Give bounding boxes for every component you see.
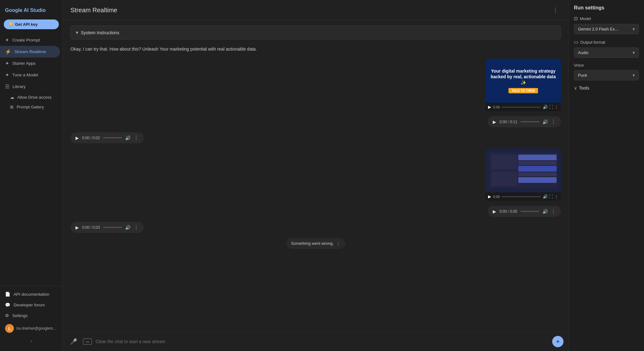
output-format-settings-group: ▭ Output format Audio ▾ xyxy=(574,39,639,58)
audio-menu-user-1[interactable]: ⋮ xyxy=(134,135,139,141)
model-label: ⊡ Model xyxy=(574,16,639,21)
get-api-key-button[interactable]: 🔑 Get API key xyxy=(4,19,59,29)
audio-time-user-2: 0:00 / 0:03 xyxy=(82,225,100,230)
audio-volume-user-2[interactable]: 🔊 xyxy=(125,225,130,230)
header-menu-button[interactable]: ⋮ xyxy=(550,5,561,15)
audio-play-button-ai-2[interactable]: ▶ xyxy=(493,209,496,214)
screenshot-right-col xyxy=(518,155,557,186)
sidebar-item-api-docs[interactable]: 📄 API documentation xyxy=(0,289,60,299)
settings-icon: ⚙ xyxy=(5,313,9,318)
main-header: Stream Realtime ⋮ xyxy=(63,0,569,20)
video-cta-1: TALK TO THEM xyxy=(508,88,538,93)
audio-volume-ai-1[interactable]: 🔊 xyxy=(542,119,548,124)
voice-select[interactable]: Puck ▾ xyxy=(574,70,639,80)
tools-chevron-icon: ∨ xyxy=(574,85,577,90)
gallery-icon: ⊞ xyxy=(10,105,14,109)
chat-messages: Okay, I can try that. How about this? Un… xyxy=(70,45,561,249)
output-format-label: ▭ Output format xyxy=(574,39,639,45)
menu-icon-2[interactable]: ⋮ xyxy=(554,194,558,199)
video-thumbnail-2 xyxy=(486,148,561,192)
video-card-2: ▶ 0:00 🔊 ⛶ ⋮ xyxy=(486,148,561,201)
audio-progress-bar-user-1[interactable] xyxy=(103,137,122,138)
model-settings-group: ⊡ Model Gemini 2.0 Flash Ex... ▾ xyxy=(574,16,639,34)
video-thumb-text-1: Your digital marketing strategy backed b… xyxy=(489,68,557,85)
video-play-button-2[interactable]: ▶ xyxy=(488,194,491,199)
audio-player-ai-2: ▶ 0:00 / 0:05 🔊 ⋮ xyxy=(488,206,561,217)
voice-value: Puck xyxy=(578,73,587,78)
chat-input[interactable] xyxy=(96,337,548,347)
model-chevron-icon: ▾ xyxy=(633,27,635,31)
audio-menu-ai-2[interactable]: ⋮ xyxy=(551,208,556,214)
user-account-row[interactable]: L lou.linehan@googlemail... xyxy=(0,321,63,336)
output-format-icon: ▭ xyxy=(574,39,578,45)
screen-share-button[interactable]: ▭ xyxy=(83,338,92,345)
sidebar-item-prompt-gallery[interactable]: ⊞ Prompt Gallery xyxy=(0,102,63,112)
sidebar-collapse-button[interactable]: ‹ xyxy=(0,336,63,346)
audio-play-button-user-1[interactable]: ▶ xyxy=(75,135,79,140)
main-content: Stream Realtime ⋮ ▾ System Instructions … xyxy=(63,0,569,351)
audio-play-button-ai-1[interactable]: ▶ xyxy=(493,119,496,124)
sidebar-item-allow-drive-access[interactable]: ☁ Allow Drive access xyxy=(0,92,63,102)
tools-section[interactable]: ∨ Tools xyxy=(574,85,639,90)
audio-progress-bar-ai-1[interactable] xyxy=(520,121,539,122)
video-icons-2: 🔊 ⛶ ⋮ xyxy=(543,194,558,199)
output-format-value: Audio xyxy=(578,50,588,55)
model-select[interactable]: Gemini 2.0 Flash Ex... ▾ xyxy=(574,24,639,34)
avatar: L xyxy=(5,324,14,333)
sidebar-item-create-prompt[interactable]: ✦ Create Prompt xyxy=(0,34,60,46)
sidebar-item-dev-forum[interactable]: 💬 Developer forum xyxy=(0,299,60,310)
video-time-2: 0:00 xyxy=(493,195,500,199)
audio-time-user-1: 0:00 / 0:02 xyxy=(82,136,100,140)
fullscreen-icon-2[interactable]: ⛶ xyxy=(549,194,553,199)
screenshot-left-col xyxy=(491,155,517,186)
audio-volume-user-1[interactable]: 🔊 xyxy=(125,135,130,140)
sg-block-5 xyxy=(518,177,557,183)
audio-progress-bar-user-2[interactable] xyxy=(103,227,122,228)
sidebar-item-settings[interactable]: ⚙ Settings xyxy=(0,310,60,321)
model-icon: ⊡ xyxy=(574,16,578,21)
output-format-select[interactable]: Audio ▾ xyxy=(574,47,639,58)
header-menu-icon: ⋮ xyxy=(552,7,558,14)
audio-progress-bar-ai-2[interactable] xyxy=(520,211,539,212)
microphone-button[interactable]: 🎤 xyxy=(68,336,79,347)
video-icons-1: 🔊 ⛶ ⋮ xyxy=(543,105,558,109)
video-controls-1: ▶ 0:00 🔊 ⛶ ⋮ xyxy=(486,103,561,111)
video-progress-bar-2[interactable] xyxy=(502,196,541,197)
sidebar-label-create-prompt: Create Prompt xyxy=(12,38,40,42)
page-title: Stream Realtime xyxy=(70,7,117,14)
voice-label-text: Voice xyxy=(574,63,584,68)
menu-icon-1[interactable]: ⋮ xyxy=(554,105,558,109)
audio-volume-ai-2[interactable]: 🔊 xyxy=(542,209,548,214)
sidebar-bottom: 📄 API documentation 💬 Developer forum ⚙ … xyxy=(0,286,63,346)
audio-play-button-user-2[interactable]: ▶ xyxy=(75,225,79,230)
add-button[interactable]: + xyxy=(552,336,564,347)
tools-label-text: Tools xyxy=(579,85,589,90)
model-value: Gemini 2.0 Flash Ex... xyxy=(578,27,618,31)
audio-menu-user-2[interactable]: ⋮ xyxy=(134,224,139,230)
app-title: Google AI Studio xyxy=(5,8,46,13)
volume-icon-1[interactable]: 🔊 xyxy=(543,105,548,109)
sidebar-label-settings: Settings xyxy=(12,313,28,318)
user-email: lou.linehan@googlemail... xyxy=(16,326,58,331)
audio-player-user-2: ▶ 0:00 / 0:03 🔊 ⋮ xyxy=(70,222,144,233)
sidebar-label-stream-realtime: Stream Realtime xyxy=(14,49,46,54)
drive-icon: ☁ xyxy=(10,95,14,100)
error-menu-icon[interactable]: ⋮ xyxy=(336,241,340,246)
sidebar-item-starter-apps[interactable]: ✦ Starter Apps xyxy=(0,58,60,69)
system-instructions-bar[interactable]: ▾ System Instructions xyxy=(70,25,561,40)
audio-player-ai-1: ▶ 0:00 / 0:11 🔊 ⋮ xyxy=(488,116,561,127)
volume-icon-2[interactable]: 🔊 xyxy=(543,194,548,199)
sidebar-item-tune-a-model[interactable]: ✦ Tune a Model xyxy=(0,69,60,81)
output-format-label-text: Output format xyxy=(580,40,605,45)
video-play-button-1[interactable]: ▶ xyxy=(488,105,491,109)
video-progress-bar-1[interactable] xyxy=(502,107,541,107)
screenshot-grid xyxy=(489,153,557,188)
sidebar-item-library[interactable]: ☰ Library xyxy=(0,81,60,92)
fullscreen-icon-1[interactable]: ⛶ xyxy=(549,105,553,109)
sg-left-block-2 xyxy=(491,172,517,186)
sidebar-item-stream-realtime[interactable]: ⚡ Stream Realtime xyxy=(0,46,60,58)
sidebar: Google AI Studio 🔑 Get API key ✦ Create … xyxy=(0,0,63,351)
audio-menu-ai-1[interactable]: ⋮ xyxy=(551,119,556,125)
audio-time-ai-1: 0:00 / 0:11 xyxy=(499,120,517,124)
app-logo: Google AI Studio xyxy=(0,5,63,19)
